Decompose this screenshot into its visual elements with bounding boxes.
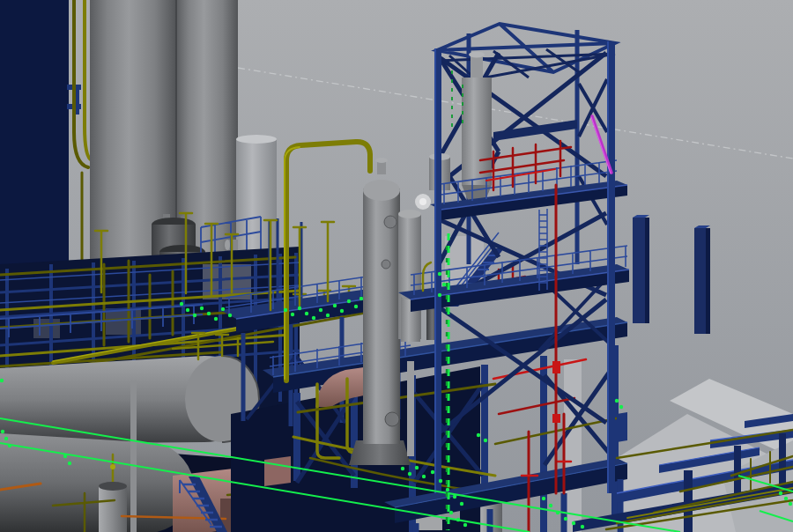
valve-marker-dot [291,313,294,316]
valve-marker-dot [326,314,330,317]
valve-marker-dot [549,504,552,507]
red-valve-1 [552,361,560,373]
valve-marker-dot [305,312,308,315]
valve-marker-dot [456,518,460,521]
red-valve-2 [552,414,560,423]
valve-marker-dot [431,470,434,474]
valve-marker-dot [460,502,463,506]
valve-marker-dot [438,272,441,276]
column-dome [363,180,400,201]
column-skirt [349,440,411,465]
stub-column-2 [694,225,710,334]
valve-marker-dot [784,497,788,500]
valve-marker-dot [789,502,792,506]
valve-marker-dot [340,309,344,313]
valve-marker-dot [415,466,419,469]
valve-marker-dot [449,511,453,514]
valve-marker-dot [359,297,363,300]
valve-marker-dot [333,304,337,307]
valve-marker-dot [572,521,575,525]
valve-marker-dot [319,308,322,312]
light-gray-post [407,361,414,456]
valve-marker-dot [186,308,189,312]
valve-marker-dot [207,312,211,315]
valve-marker-dot [180,302,183,306]
valve-marker-dot [193,314,196,317]
valve-marker-dot [354,305,358,308]
valve-marker-dot [422,475,426,478]
valve-marker-dot [221,307,225,311]
valve-marker-dot [200,307,204,310]
valve-marker-dot [556,511,560,514]
valve-marker-dot [439,479,442,483]
valve-marker-dot [779,491,782,495]
valve-marker-dot [401,467,404,470]
valve-marker-dot [298,307,301,310]
valve-marker-dot [477,433,480,437]
valve-marker-dot [408,472,411,476]
valve-marker-dot [463,523,467,527]
valve-marker-dot [4,437,8,440]
valve-marker-dot [581,525,584,528]
valve-marker-dot [347,299,351,303]
valve-marker-dot [214,317,218,321]
valve-marker-dot [542,497,545,500]
plant-3d-scene [0,0,793,532]
valve-marker-dot [8,444,11,447]
gray-post [130,381,137,532]
plant-3d-viewport[interactable]: 3D CAD model viewport of an industrial p… [0,0,793,532]
valve-marker-dot [442,283,446,286]
valve-marker-dot [63,454,67,458]
valve-marker-dot [564,517,567,521]
valve-marker-dot [453,495,456,499]
valve-marker-dot [68,462,71,465]
valve-marker-dot [312,316,315,320]
valve-marker-dot [484,439,487,442]
valve-marker-dot [0,379,4,382]
valve-marker-dot [284,308,287,312]
valve-marker-dot [446,488,449,491]
stub-column-1 [633,215,649,323]
valve-marker-dot [1,430,4,433]
valve-marker-dot [228,314,232,317]
rack-post-1 [684,470,693,532]
valve-marker-dot [438,293,441,297]
valve-marker-dot [615,399,619,403]
pink-patch [264,456,291,486]
valve-marker-dot [619,405,623,409]
